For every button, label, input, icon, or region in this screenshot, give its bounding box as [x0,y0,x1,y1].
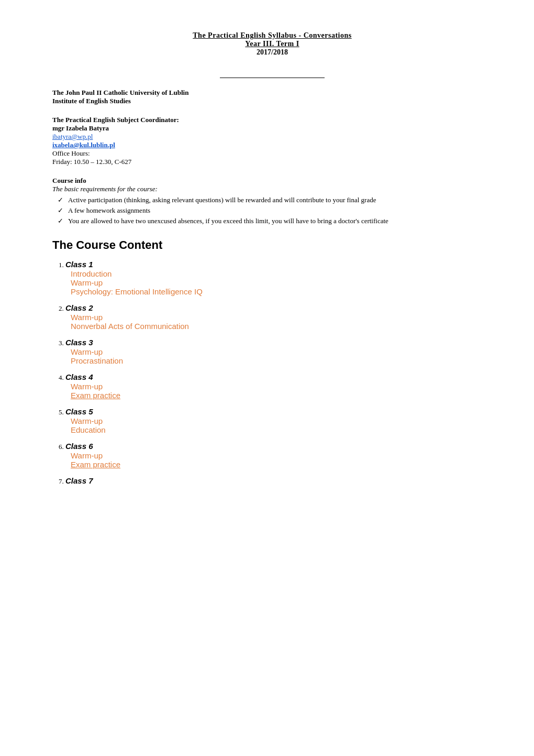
class-3-topic-2: Procrastination [71,356,492,365]
email-link-1[interactable]: ibatyra@wp.pl [52,133,93,140]
class-item-5: Class 5 Warm-up Education [65,407,492,434]
coordinator-name: mgr Izabela Batyra [52,124,492,133]
class-4-topic-1: Warm-up [71,382,492,391]
requirement-item-2: A few homework assignments [68,206,492,215]
class-item-3: Class 3 Warm-up Procrastination [65,338,492,365]
header-title: The Practical English Syllabus - Convers… [52,31,492,40]
class-1-content: Introduction Warm-up Psychology: Emotion… [65,269,492,296]
class-1-label: Class 1 [65,260,93,269]
header-year: 2017/2018 [52,48,492,57]
course-content-section: The Course Content Class 1 Introduction … [52,238,492,486]
coordinator-section: The Practical English Subject Coordinato… [52,116,492,166]
office-hours-value: Friday: 10.50 – 12.30, C-627 [52,158,492,166]
class-6-topic-1: Warm-up [71,451,492,460]
requirements-list: Active participation (thinking, asking r… [52,196,492,225]
course-info-section: Course info The basic requirements for t… [52,177,492,225]
requirement-item-1: Active participation (thinking, asking r… [68,196,492,204]
coordinator-label: The Practical English Subject Coordinato… [52,116,492,124]
class-3-label: Class 3 [65,338,93,347]
class-5-label: Class 5 [65,407,93,416]
class-4-content: Warm-up Exam practice [65,382,492,400]
class-4-label: Class 4 [65,372,93,381]
class-2-content: Warm-up Nonverbal Acts of Communication [65,313,492,331]
requirement-item-3: You are allowed to have two unexcused ab… [68,217,492,225]
page-wrapper: The Practical English Syllabus - Convers… [52,31,492,486]
class-2-topic-1: Warm-up [71,313,492,322]
office-hours-label: Office Hours: [52,149,492,158]
institute-name: Institute of English Studies [52,97,492,105]
class-5-topic-1: Warm-up [71,417,492,425]
class-6-topic-2[interactable]: Exam practice [71,460,492,469]
class-6-content: Warm-up Exam practice [65,451,492,469]
course-content-heading: The Course Content [52,238,492,252]
class-2-topic-2: Nonverbal Acts of Communication [71,322,492,331]
class-6-label: Class 6 [65,442,93,451]
class-item-7: Class 7 [65,476,492,486]
class-list: Class 1 Introduction Warm-up Psychology:… [52,260,492,486]
class-1-topic-2: Warm-up [71,278,492,287]
university-section: The John Paul II Catholic University of … [52,89,492,105]
class-7-label: Class 7 [65,476,93,485]
class-4-topic-2[interactable]: Exam practice [71,391,492,400]
class-3-content: Warm-up Procrastination [65,347,492,365]
class-1-topic-1: Introduction [71,269,492,278]
class-3-topic-1: Warm-up [71,347,492,356]
divider [220,78,325,78]
class-5-content: Warm-up Education [65,417,492,434]
header-subtitle: Year III. Term I [52,40,492,48]
class-item-4: Class 4 Warm-up Exam practice [65,372,492,400]
class-5-topic-2: Education [71,425,492,434]
class-item-2: Class 2 Warm-up Nonverbal Acts of Commun… [65,303,492,331]
class-2-label: Class 2 [65,303,93,312]
class-item-1: Class 1 Introduction Warm-up Psychology:… [65,260,492,296]
email-link-2[interactable]: ixabela@kul.lublin.pl [52,141,115,149]
class-item-6: Class 6 Warm-up Exam practice [65,442,492,469]
course-info-label: Course info [52,177,492,185]
header-section: The Practical English Syllabus - Convers… [52,31,492,57]
class-1-topic-3: Psychology: Emotional Intelligence IQ [71,287,492,296]
university-name: The John Paul II Catholic University of … [52,89,492,97]
basic-requirements-label: The basic requirements for the course: [52,185,492,193]
